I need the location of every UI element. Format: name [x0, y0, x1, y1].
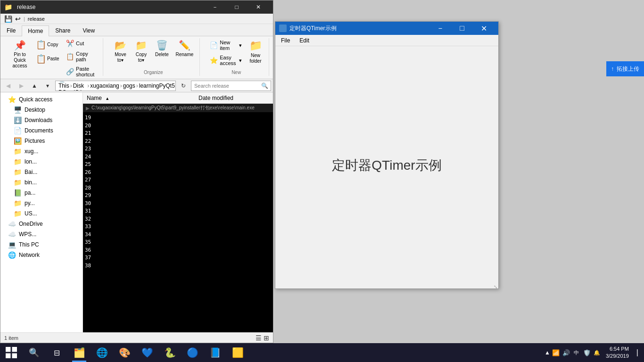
explorer-minimize-button[interactable]: －: [204, 0, 226, 14]
rename-button[interactable]: ✏️ Rename: [173, 38, 196, 59]
sidebar-item-desktop[interactable]: 🖥️ Desktop: [0, 105, 83, 115]
copy-button[interactable]: 📋 Copy: [33, 38, 62, 51]
forward-button[interactable]: ▶: [16, 81, 27, 91]
bai-label: Bai...: [25, 169, 37, 175]
save-icon[interactable]: 💾: [4, 15, 12, 23]
sidebar-item-bai[interactable]: 📁 Bai...: [0, 167, 83, 177]
qtimer-menu-file[interactable]: File: [279, 36, 292, 45]
clock[interactable]: 6:54 PM 3/29/2019: [602, 346, 633, 360]
back-button[interactable]: ◀: [2, 81, 14, 91]
search-box: 🔍: [191, 81, 271, 91]
sidebar-item-us[interactable]: 📁 US...: [0, 208, 83, 219]
network-tray-icon[interactable]: 📶: [552, 349, 560, 356]
desktop-icon: 🖥️: [14, 106, 22, 114]
undo-icon[interactable]: ↩: [15, 15, 21, 23]
cortana-button[interactable]: 🔍: [23, 343, 45, 362]
move-to-button[interactable]: 📂 Moveto▾: [111, 38, 130, 65]
file-list-content[interactable]: 19 20 21 22 23 24 25 26 27 28 29 30 31 3…: [83, 112, 273, 332]
cut-button[interactable]: ✂️ Cut: [64, 38, 99, 49]
explorer-close-button[interactable]: ✕: [248, 0, 269, 14]
line-21: 21: [85, 130, 271, 138]
antivirus-icon[interactable]: 🛡️: [583, 349, 591, 356]
sidebar-item-documents[interactable]: 📄 Documents: [0, 125, 83, 136]
qtimer-minimize-button[interactable]: －: [429, 22, 451, 35]
details-view-icon[interactable]: ⊞: [264, 334, 269, 342]
sidebar-item-wps[interactable]: ☁️ WPS...: [0, 229, 83, 239]
ime-icon[interactable]: 中: [573, 349, 580, 356]
upload-button[interactable]: ↑ 拓接上传: [606, 61, 644, 76]
sidebar-item-downloads[interactable]: ⬇️ Downloads: [0, 115, 83, 125]
search-icon: 🔍: [261, 82, 268, 89]
breadcrumb-item-2[interactable]: xugaoxiang: [90, 82, 119, 89]
sidebar-item-lon[interactable]: 📁 lon...: [0, 156, 83, 167]
app2-taskbar-button[interactable]: 🟨: [226, 343, 249, 362]
vscode-taskbar-button[interactable]: 💙: [136, 343, 158, 362]
explorer-maximize-button[interactable]: □: [226, 0, 248, 14]
tab-view[interactable]: View: [76, 25, 101, 36]
qtimer-resize-handle[interactable]: ⤡: [275, 285, 498, 288]
sidebar-item-py[interactable]: 📁 py...: [0, 198, 83, 208]
paste-shortcut-label: Paste shortcut: [76, 66, 97, 77]
sidebar-item-network[interactable]: 🌐 Network: [0, 250, 83, 260]
qtimer-close-button[interactable]: ✕: [473, 22, 495, 35]
sidebar-item-onedrive[interactable]: ☁️ OneDrive: [0, 219, 83, 229]
show-desktop-button[interactable]: |: [635, 348, 640, 357]
powershell-icon: 🔵: [187, 347, 198, 358]
chrome-taskbar-button[interactable]: 🌐: [91, 343, 113, 362]
sidebar-item-xug[interactable]: 📁 xug...: [0, 146, 83, 156]
us-folder-icon: 📁: [14, 210, 22, 217]
pycharm2-taskbar-button[interactable]: 📘: [204, 343, 226, 362]
breadcrumb-item-0[interactable]: 🖥️ This PC: [58, 81, 69, 91]
volume-icon[interactable]: 🔊: [562, 349, 570, 356]
start-button[interactable]: [0, 343, 23, 362]
search-input[interactable]: [194, 83, 259, 89]
sidebar-item-this-pc[interactable]: 💻 This PC: [0, 239, 83, 250]
line-31: 31: [85, 207, 271, 215]
breadcrumb-item-4[interactable]: learningPyQt5: [139, 82, 175, 89]
pin-to-quick-access-button[interactable]: 📌 Pin to Quickaccess: [8, 38, 32, 70]
wps-taskbar-button[interactable]: 🎨: [113, 343, 136, 362]
onedrive-label: OneDrive: [19, 221, 43, 227]
powershell-taskbar-button[interactable]: 🔵: [181, 343, 204, 362]
tab-share[interactable]: Share: [49, 25, 76, 36]
easy-access-icon: ⭐: [210, 57, 218, 64]
breadcrumb-item-1[interactable]: Local Disk (C:): [73, 81, 87, 91]
easy-access-button[interactable]: ⭐ Easy access ▾: [207, 53, 244, 67]
delete-button[interactable]: 🗑️ Delete: [152, 38, 171, 59]
name-column-header[interactable]: Name ▲: [87, 95, 198, 101]
sidebar-item-quick-access[interactable]: ⭐ Quick access: [0, 94, 83, 105]
task-view-button[interactable]: ⊟: [45, 343, 68, 362]
copy-to-button[interactable]: 📁 Copyto▾: [132, 38, 150, 65]
pa-icon: 📗: [14, 189, 22, 197]
qtimer-maximize-button[interactable]: □: [451, 22, 473, 35]
breadcrumb[interactable]: 🖥️ This PC › Local Disk (C:) › xugaoxian…: [55, 81, 176, 91]
sidebar: ⭐ Quick access 🖥️ Desktop ⬇️ Downloads 📄…: [0, 92, 83, 332]
paste-button[interactable]: 📋 Paste: [33, 52, 62, 66]
recent-button[interactable]: ▾: [42, 81, 53, 91]
new-folder-button[interactable]: 📁 Newfolder: [246, 38, 265, 66]
notification-icon[interactable]: 🔔: [594, 350, 600, 356]
date-column-header[interactable]: Date modified: [198, 95, 269, 101]
sidebar-item-pictures[interactable]: 🖼️ Pictures: [0, 136, 83, 146]
show-hidden-icons-button[interactable]: ▲: [545, 349, 550, 356]
tab-home[interactable]: Home: [22, 25, 49, 36]
line-37: 37: [85, 254, 271, 262]
ribbon-content: 📌 Pin to Quickaccess 📋 Copy 📋 Paste: [0, 36, 273, 79]
sidebar-item-bin[interactable]: 📁 bin...: [0, 177, 83, 188]
ribbon-group-clipboard: 📌 Pin to Quickaccess 📋 Copy 📋 Paste: [4, 38, 103, 76]
pictures-icon: 🖼️: [14, 137, 22, 145]
up-button[interactable]: ▲: [29, 81, 40, 91]
refresh-button[interactable]: ↻: [178, 81, 189, 91]
pycharm-taskbar-button[interactable]: 🐍: [158, 343, 181, 362]
sidebar-item-pa[interactable]: 📗 pa...: [0, 188, 83, 198]
new-item-arrow: ▾: [239, 42, 242, 49]
file-explorer-taskbar-button[interactable]: 🗂️: [68, 343, 91, 362]
paste-shortcut-button[interactable]: 🔗 Paste shortcut: [64, 65, 99, 79]
qtimer-menu-edit[interactable]: Edit: [297, 36, 311, 45]
breadcrumb-item-3[interactable]: gogs: [123, 82, 135, 89]
new-item-button[interactable]: 📄 New item ▾: [207, 38, 244, 52]
list-view-icon[interactable]: ☰: [256, 334, 262, 342]
tab-file[interactable]: File: [0, 25, 22, 36]
copy-path-button[interactable]: 📋 Copy path: [64, 49, 99, 64]
line-23: 23: [85, 145, 271, 153]
